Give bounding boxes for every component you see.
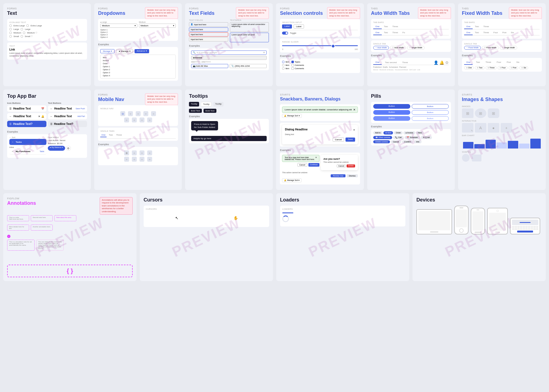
dropdown-variants: ● Large Medium▾ Medium Medium▾ Option 1 …	[98, 19, 178, 41]
action-btn[interactable]: Review now	[331, 174, 345, 177]
nav-icon4: ○	[140, 117, 144, 122]
ex-nav-3: ○	[140, 150, 144, 155]
card-tooltips: Tooltips Tooltip Tooltip Tooltip Bold Te…	[185, 89, 273, 190]
devices-row	[416, 206, 542, 234]
card-selection: Forms Selection controls Mobile: text ca…	[276, 3, 364, 86]
card-dev-title: Devices	[416, 197, 542, 203]
text-body: Text Link Lorem ipsum dolor sit amet, co…	[7, 43, 87, 60]
row-2: Top App Bar Icon Buttons ☰ Headline Text…	[3, 89, 546, 190]
dialog-confirm-btn[interactable]: Save	[345, 138, 355, 142]
ex-nav-8: ○	[147, 157, 152, 162]
ex-nav-1: ⊕	[124, 150, 129, 155]
nav-icon3: ○	[132, 117, 137, 122]
loader-circle	[282, 215, 289, 222]
sel-examples: Item Item Item Topics Comments Comments	[280, 58, 360, 73]
mn-examples: ⊕ ○ ○ ○ ○ ○ ○ ○	[98, 147, 178, 165]
card-is-label: Starts	[462, 93, 542, 96]
dropdown-manage-btn[interactable]: Storage ▾	[100, 49, 115, 53]
card-load-title: Loaders	[280, 197, 406, 203]
mn-note: Mobile: text can be very long and you ne…	[145, 93, 178, 105]
dropdown-examples: Storage ▾ ● Manage ▾ Advance ▾ Item Invo…	[98, 47, 178, 81]
device-phone-1	[454, 206, 469, 234]
nav-icon5: ○	[147, 117, 152, 122]
cursors-section: Cursors ↖ ✋	[144, 206, 269, 227]
card-text-title: Text	[7, 10, 87, 16]
card-text: Forms Text Icon and Text Extra Large Ext…	[3, 3, 91, 86]
loader-line	[282, 212, 293, 213]
card-top-app-bar: Top App Bar Icon Buttons ☰ Headline Text…	[3, 89, 91, 190]
card-mobile-nav: Forms Mobile Nav Mobile: text can be ver…	[94, 89, 182, 190]
appbar-examples: ← Sort ← Tasks Inline ← My Purchases Tab…	[7, 134, 87, 158]
snackbar-banner: Lorem ipsum dolor sit amet condm blablat…	[280, 104, 360, 121]
confirm-delete-btn[interactable]: Delete	[347, 164, 355, 167]
card-dropdowns: Forms Dropdowns Mobile: text can be very…	[94, 3, 182, 86]
radio-icon	[9, 24, 12, 27]
dropdown-menu: Item Invoice Order Option 1 Option 2 Opt…	[100, 55, 176, 79]
tooltip-variants: Tooltip Tooltip Tooltip	[189, 102, 269, 107]
card-pills-title: Pills	[371, 93, 451, 99]
at-examples: One Two second Three 👤 🔔 ⚙ Published Dra…	[371, 58, 451, 73]
range-slider: Range Slider 0100	[280, 38, 360, 52]
at-note: Mobile: text can be very long and you ne…	[418, 7, 451, 19]
ex-nav-2: ○	[132, 150, 137, 155]
ex-nav-7: ○	[140, 157, 144, 162]
ex-nav-5: ○	[124, 157, 129, 162]
nav-home: ⊙	[120, 111, 125, 116]
card-auto-tabs: Tabs Auto Width Tabs Mobile: text can be…	[367, 3, 455, 86]
nav-person: ○	[143, 111, 148, 116]
card-is-title: Images & Shapes	[462, 97, 542, 102]
ft-examples: One Two Three Four Five Six ☆ One ☆ Two …	[462, 58, 542, 72]
pills-examples: Add to ⊕ Item Order ● Invoice New ☎ Othe…	[371, 129, 451, 145]
toggle-on	[282, 32, 288, 35]
card-cursors: Cursors Cursors ↖ ✋ PREVIEW	[140, 193, 273, 281]
nav-search: ○	[128, 111, 133, 116]
dialog-cancel-btn[interactable]: Cancel	[333, 138, 344, 142]
tooltip-light: Tooltip	[201, 102, 211, 107]
single-tabs: Single Tab ♡ Auto Width ♡ Auto Width ♡ S…	[371, 40, 451, 52]
tab-bars: Tab Bars One Two Three One Two Three Fo	[371, 19, 451, 39]
bar-chart	[462, 138, 542, 149]
card-sbd-title: Snackbars, Banners, Dialogs	[280, 97, 360, 102]
card-snackbars: Starts Snackbars, Banners, Dialogs Lorem…	[276, 89, 364, 190]
card-sbd-label: Starts	[280, 93, 360, 96]
card-images-shapes: Starts Images & Shapes Images ⊞ ⊞ ⊞ Inte…	[458, 89, 546, 190]
radio-icon3	[9, 28, 12, 30]
card-tt-title: Tooltips	[189, 93, 269, 99]
ft-single-tab: Single Tab ♡ Fixed Width ♡ Fixed Width ♡…	[462, 40, 542, 52]
dropdowns-note: Mobile: text can be very long and you ne…	[145, 7, 178, 19]
radio-icon4	[21, 28, 23, 30]
shapes	[462, 154, 542, 162]
ft-tab-bars: Tab Bars One Two Three One Two Three Fou…	[462, 19, 542, 39]
dropdown-advance-btn[interactable]: Advance ▾	[135, 49, 149, 53]
tf-note: Mobile: text can be very long and you ne…	[236, 7, 269, 19]
card-text-fields: Forms Text Fields Mobile: text can be ve…	[185, 3, 273, 86]
ex-nav-6: ○	[132, 157, 137, 162]
row-3: FigFlow Annotations Annotations will all…	[3, 193, 546, 281]
pills-section: Button Button Button Button Button Butto…	[371, 102, 451, 123]
sel-input: Selection Input Label Label Toggle	[280, 19, 360, 37]
tooltip-gray: Tooltip	[213, 102, 224, 107]
radio-icon6	[23, 32, 25, 34]
card-cur-title: Cursors	[144, 197, 269, 203]
dialog-section: Dialog Headline ✕ Dialog text Cancel Sav…	[280, 123, 360, 147]
single-tabs-mn: Single Tabs One Two Three	[98, 128, 178, 141]
dismiss-btn[interactable]: Dismiss	[347, 174, 358, 177]
tf-subgrid: Text Fields 👤 Input text here Input text…	[189, 19, 269, 42]
row-1: Forms Text Icon and Text Extra Large Ext…	[3, 3, 546, 86]
ft-note: Mobile: text can be very long and you ne…	[509, 7, 542, 19]
nav-icon2: ○	[124, 117, 129, 122]
ex-nav-4: ○	[147, 150, 152, 155]
card-devices: Devices	[413, 193, 546, 281]
ann-note: Annotations will allow you to request to…	[100, 197, 133, 215]
nav-settings: ○	[151, 111, 156, 116]
interactive-images: ✎ A ● +	[462, 123, 542, 133]
confirm-cancel-btn[interactable]: Cancel	[337, 164, 346, 167]
tf-examples: 🔍 Is it nonstop on flight ✕ ●●●●●●● MM/Y…	[189, 48, 269, 70]
device-tablet	[487, 208, 508, 234]
dropdown-manage-btn2[interactable]: ● Manage ▾	[116, 49, 133, 53]
nav-heart: ○	[136, 111, 141, 116]
appbar-subgrid: Icon Buttons ☰ Headline Text 📅 ← Headlin…	[7, 102, 87, 128]
card-loaders: Loaders Loaders PREVIEW	[276, 193, 409, 281]
text-icon-list: Icon and Text Extra Large Extra Large La…	[7, 19, 87, 41]
radio-icon5	[9, 32, 12, 34]
